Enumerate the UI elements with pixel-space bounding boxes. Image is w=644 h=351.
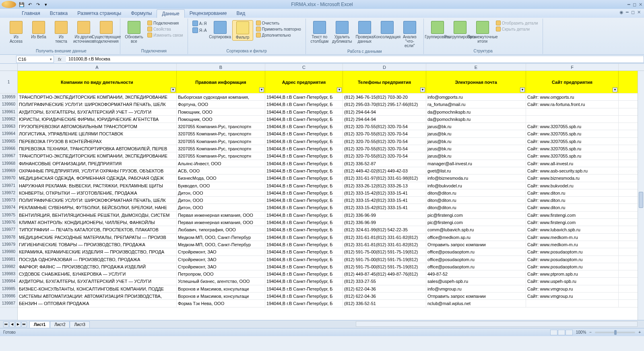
ribbon-button[interactable]: Консолидация (377, 20, 398, 40)
zoom-out-icon[interactable]: − (589, 330, 592, 334)
save-icon[interactable]: 💾 (19, 1, 25, 8)
row-header[interactable]: 139981 (0, 256, 17, 263)
ribbon-item[interactable]: Очистить (255, 20, 302, 26)
ribbon-tab[interactable]: Разметка страницы (72, 9, 126, 18)
cell[interactable]: (812) 331-61-97(812) 331-61-98(812) (343, 174, 426, 181)
cell[interactable]: ra_fortuna@mail.ru (426, 101, 526, 108)
cell[interactable]: ПОЛИГРАФИЧЕСКИЕ УСЛУГИ: ШИРОКОФОРМАТНАЯ … (18, 197, 177, 204)
cell[interactable]: 194044,В г.В Санкт-Петербург, Б (265, 248, 343, 255)
vertical-scrollbar[interactable] (638, 71, 644, 320)
cell[interactable]: 194044,В г.В Санкт-Петербург, Б (265, 152, 343, 159)
ribbon-button[interactable]: Группировать (427, 20, 448, 44)
cell[interactable]: ПОСУДА ОДНОРАЗОВАЯ — ПРОИЗВОДСТВО, ПРОДА… (18, 256, 177, 263)
row-header[interactable]: 139978 (0, 234, 17, 241)
row-header[interactable]: 139986 (0, 293, 17, 300)
cell[interactable]: ТИПОГРАФИИ — ПЕЧАТЬ КАТАЛОГОВ, ПРОСПЕКТО… (18, 226, 177, 233)
cell[interactable]: office@medkom.sp.ru (426, 234, 526, 241)
cell[interactable]: Сайт: www.3207055.spb.ru (526, 152, 619, 159)
cell[interactable]: jarus@bk.ru (426, 130, 526, 137)
cell[interactable]: info@biznesmoda.ru (426, 174, 526, 181)
cell[interactable]: Сайт: www.posudaoptom.ru (526, 256, 619, 263)
cell[interactable]: Сайт: www.vmgroup.ru (526, 285, 619, 292)
cell[interactable]: pic@firstengi.com (426, 219, 526, 226)
ribbon-button[interactable]: Существующие подключения (96, 20, 117, 44)
table-column-header[interactable]: Правовая информация▾ (177, 71, 265, 93)
cell[interactable]: Сайт: www.asb-security.spb.ru (526, 167, 619, 174)
tab-nav-next-icon[interactable]: ▶ (15, 322, 21, 327)
cell[interactable]: МЕДИЦИНСКАЯ ОДЕЖДА, ФОРМЕННАЯ ОДЕЖДА, РА… (18, 174, 177, 181)
cell[interactable]: diton@diton.ru (426, 204, 526, 211)
refresh-all-button[interactable]: Обновить все (124, 20, 144, 44)
tab-nav-prev-icon[interactable]: ◀ (9, 322, 15, 327)
qat-dropdown-icon[interactable]: ▾ (43, 1, 49, 8)
cell[interactable]: 194044,В г.В Санкт-Петербург, Б (265, 300, 343, 307)
row-header[interactable]: 139970 (0, 174, 17, 182)
cell[interactable]: 194044,В г.В Санкт-Петербург, Б (265, 182, 343, 189)
cell[interactable]: 194044,В г.В Санкт-Петербург, Б (265, 160, 343, 167)
ribbon-item[interactable]: Дополнительно (255, 32, 302, 38)
cell[interactable]: Сайт: www.diton.ru (526, 197, 619, 204)
cell[interactable]: ТРАНСПОРТНО-ЭКСПЕДИТОРСКИЕ КОМПАНИИ, ЭКС… (18, 152, 177, 159)
filter-dropdown-icon[interactable]: ▾ (259, 87, 264, 92)
cell[interactable]: Сайт: www.all-invest.ru (526, 160, 619, 167)
cell[interactable]: ТРАНСПОРТНО-ЭКСПЕДИТОРСКИЕ КОМПАНИИ, ЭКС… (18, 93, 177, 100)
cell[interactable]: 194044,В г.В Санкт-Петербург, Б (265, 123, 343, 130)
minimize-icon[interactable]: ━ (627, 2, 630, 7)
cell[interactable]: Сайт: www.medkom-m.ru (526, 241, 619, 248)
table-column-header[interactable]: Сайт предприятия▾ (526, 71, 619, 93)
filter-dropdown-icon[interactable]: ▾ (337, 87, 342, 92)
row-header[interactable]: 139962 (0, 116, 17, 123)
cell[interactable]: sales@uspeh-spb.ru (426, 278, 526, 285)
cell[interactable]: ГРУЗОПЕРЕВОЗКИ АВТОМОБИЛЬНЫМ ТРАНСПОРТОМ (18, 123, 177, 130)
cell[interactable]: АУДИТОРЫ, БУХГАЛТЕРЫ, БУХГАЛТЕРСКИЙ УЧЕТ… (18, 108, 177, 115)
cell[interactable]: ОХРАННЫЕ ПРЕДПРИЯТИЯ, УСЛУГИ ОХРАНЫ ГРУЗ… (18, 167, 177, 174)
cell[interactable]: 194044,В г.В Санкт-Петербург, Б (265, 108, 343, 115)
cell[interactable]: (812) 320-70-55(812) 320-70-54 (343, 123, 426, 130)
cell[interactable]: Сайт: www.diton.ru (526, 204, 619, 211)
tab-nav-first-icon[interactable]: ⏮ (3, 322, 9, 327)
cell[interactable]: (812) 295-03-70(812) 295-17-66(812) (343, 101, 426, 108)
ribbon-button[interactable]: Из Access (6, 20, 27, 44)
ribbon-button[interactable]: Проверка данных (354, 20, 375, 44)
cell[interactable]: (812) 449-87-45(812) 449-87-76(812) (343, 270, 426, 277)
table-column-header[interactable]: Электронная почта▾ (426, 71, 526, 93)
cell[interactable]: jarus@bk.ru (426, 152, 526, 159)
cell[interactable] (526, 108, 619, 115)
column-header[interactable]: C (265, 64, 343, 71)
row-header[interactable]: 139977 (0, 226, 17, 233)
cell[interactable]: jarus@bk.ru (426, 138, 526, 145)
cell[interactable]: 194044,В г.В Санкт-Петербург, Б (265, 197, 343, 204)
ribbon-restore-icon[interactable]: ◻ (631, 10, 635, 15)
cell[interactable]: 194044,В г.В Санкт-Петербург, Б (265, 234, 343, 241)
ribbon-tab[interactable]: Формулы (126, 9, 157, 18)
cell[interactable]: jarus@bk.ru (426, 123, 526, 130)
row-header[interactable]: 139972 (0, 189, 17, 197)
cell[interactable]: nclub@mail.wplus.net (426, 300, 526, 307)
row-header[interactable]: 139960 (0, 101, 17, 108)
cell[interactable]: diton@diton.ru (426, 189, 526, 196)
cell[interactable]: Сайт: www.uspeh-spb.ru (526, 278, 619, 285)
cell[interactable]: 194044,В г.В Санкт-Петербург, Б (265, 241, 343, 248)
cell[interactable] (526, 300, 619, 307)
formula-input[interactable]: 101000,В г.В Москва (66, 56, 644, 63)
cell[interactable]: 194044,В г.В Санкт-Петербург, Б (265, 138, 343, 145)
cell[interactable]: manager@all-invest.ru (426, 160, 526, 167)
cell[interactable]: (812) 331-61-81(812) 331-61-82(812) (343, 241, 426, 248)
view-normal-icon[interactable] (550, 330, 557, 335)
cell[interactable]: Сайт: www.posudaoptom.ru (526, 248, 619, 255)
row-header[interactable]: 139961 (0, 108, 17, 116)
cell[interactable]: Медком-МП, ООО, Санкт-Петербур (177, 234, 265, 241)
cell[interactable]: Сайт: www.vmgroup.ru (526, 293, 619, 299)
cell[interactable]: Сайт: www.biznesmoda.ru (526, 174, 619, 181)
cell[interactable]: 194044,В г.В Санкт-Петербург, Б (265, 93, 343, 100)
cell[interactable]: АУДИТОРЫ, БУХГАЛТЕРЫ, БУХГАЛТЕРСКИЙ УЧЕТ… (18, 278, 177, 285)
cell[interactable]: 3207055 Компания-Рус, транспортн (177, 138, 265, 145)
filter-dropdown-icon[interactable]: ▾ (520, 87, 525, 92)
cell[interactable]: НАРУЖНАЯ РЕКЛАМА: ВЫВЕСКИ, РАСТЯЖКИ, РЕК… (18, 182, 177, 189)
row-header[interactable]: 139975 (0, 212, 17, 219)
cell[interactable]: 194044,В г.В Санкт-Петербург, Б (265, 130, 343, 137)
column-header[interactable]: E (426, 64, 526, 71)
ribbon-item[interactable]: Подключения (146, 20, 184, 26)
cell[interactable]: Отправить запрос компании (426, 293, 526, 299)
cell[interactable]: ПОЛИГРАФИЧЕСКИЕ УСЛУГИ: ШИРОКОФОРМАТНАЯ … (18, 101, 177, 108)
